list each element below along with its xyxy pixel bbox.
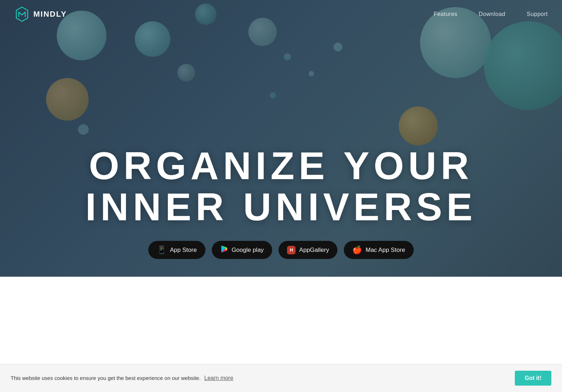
logo-area[interactable]: MINDLY <box>14 6 67 22</box>
play-icon <box>220 245 228 255</box>
nav-support[interactable]: Support <box>527 11 548 17</box>
navbar: MINDLY Features Download Support <box>0 0 562 28</box>
nav-download[interactable]: Download <box>479 11 505 17</box>
logo-text: MINDLY <box>33 10 67 19</box>
mac-app-store-label: Mac App Store <box>365 247 405 254</box>
apple-icon: 🍎 <box>352 245 362 255</box>
nav-features[interactable]: Features <box>434 11 457 17</box>
app-store-label: App Store <box>170 247 197 254</box>
hero-headline: ORGANIZE YOUR INNER UNIVERSE <box>0 145 562 227</box>
cookie-banner: This website uses cookies to ensure you … <box>0 364 562 392</box>
cookie-accept-button[interactable]: Got it! <box>515 371 551 386</box>
hero-line-2: INNER UNIVERSE <box>0 186 562 227</box>
app-store-button[interactable]: 📱 App Store <box>148 241 205 259</box>
cookie-message-text: This website uses cookies to ensure you … <box>11 375 200 381</box>
download-buttons-row: 📱 App Store Google pla <box>0 241 562 259</box>
hero-text-block: ORGANIZE YOUR INNER UNIVERSE <box>0 145 562 227</box>
mindly-logo-icon <box>14 6 30 22</box>
app-gallery-button[interactable]: H AppGallery <box>279 241 337 259</box>
hero-overlay <box>0 0 562 277</box>
mac-app-store-button[interactable]: 🍎 Mac App Store <box>344 241 414 259</box>
cookie-message-area: This website uses cookies to ensure you … <box>11 375 233 381</box>
svg-marker-0 <box>16 7 28 21</box>
phone-icon: 📱 <box>157 245 166 255</box>
app-gallery-label: AppGallery <box>299 247 329 254</box>
hero-line-1: ORGANIZE YOUR <box>0 145 562 186</box>
huawei-icon: H <box>287 246 296 254</box>
cookie-learn-more-link[interactable]: Learn more <box>204 375 233 381</box>
hero-section: ORGANIZE YOUR INNER UNIVERSE 📱 App Store <box>0 0 562 277</box>
nav-links: Features Download Support <box>434 11 548 17</box>
google-play-label: Google play <box>232 247 264 254</box>
google-play-button[interactable]: Google play <box>212 241 272 259</box>
